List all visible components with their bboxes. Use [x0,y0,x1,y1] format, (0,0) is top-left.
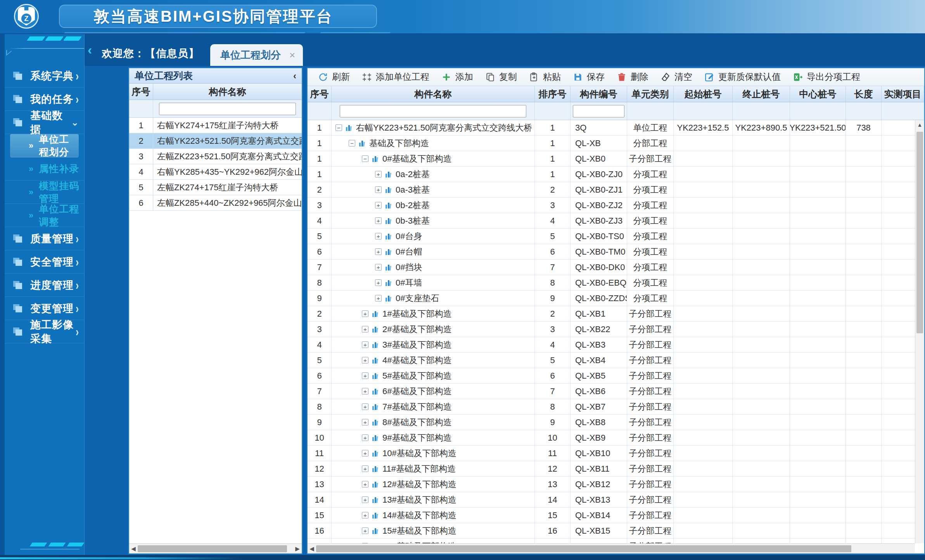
sidebar-subitem-单位工程调整[interactable]: »单位工程调整 [5,204,84,227]
table-row[interactable]: 1−基础及下部构造1QL-XB分部工程 [308,136,924,151]
sidebar-item-施工影像采集[interactable]: 施工影像采集› [5,320,84,343]
toolbar-button-清空[interactable]: 清空 [655,69,697,84]
table-row[interactable]: 6+5#基础及下部构造6QL-XB5子分部工程 [308,368,924,384]
expand-node-icon[interactable]: + [362,527,368,534]
tabs-back-icon[interactable]: ‹ [88,42,92,57]
expand-node-icon[interactable]: + [362,450,368,457]
table-row[interactable]: 6+0#台帽6QL-XB0-TM0分项工程 [308,244,924,260]
expand-node-icon[interactable]: + [375,233,382,240]
toolbar-button-更新质保默认值[interactable]: 更新质保默认值 [699,69,785,84]
table-hscrollbar[interactable]: ◀ [308,543,915,553]
toolbar-button-删除[interactable]: 删除 [612,69,653,84]
table-row[interactable]: 7+0#挡块7QL-XB0-DK0分项工程 [308,260,924,275]
toolbar-button-保存[interactable]: 保存 [568,69,609,84]
unit-list-hscrollbar[interactable]: ◀ ▶ [129,543,302,553]
toolbar-button-添加[interactable]: 添加 [436,69,478,84]
expand-node-icon[interactable]: + [362,434,368,441]
scroll-right-icon[interactable]: ▶ [293,545,302,552]
sidebar-item-系统字典[interactable]: 系统字典› [5,64,84,88]
table-row[interactable]: 1+0a-2桩基1QL-XB0-ZJ0分项工程 [308,167,924,182]
table-row[interactable]: 3+2#基础及下部构造3QL-XB22子分部工程 [308,322,924,337]
sidebar-subitem-模型挂码管理[interactable]: »模型挂码管理 [5,181,84,204]
table-row[interactable]: 1−右幅YK223+521.50阿克塞分离式立交跨线大桥13Q单位工程YK223… [308,120,924,136]
unit-list-row[interactable]: 1右幅YK274+175红崖子沟特大桥 [129,118,302,133]
sidebar-item-进度管理[interactable]: 进度管理› [5,274,84,297]
code-filter-input[interactable] [573,105,624,117]
expand-node-icon[interactable]: + [362,512,368,519]
toolbar-button-刷新[interactable]: 刷新 [313,69,354,84]
expand-node-icon[interactable]: + [362,465,368,472]
expand-node-icon[interactable]: + [362,496,368,503]
table-vscrollbar[interactable]: ▲ [915,120,924,543]
unit-list-row[interactable]: 5左幅ZK274+175红崖子沟特大桥 [129,180,302,195]
tab-unit-division[interactable]: 单位工程划分 × [210,44,303,66]
unit-list-row[interactable]: 3左幅ZK223+521.50阿克塞分离式立交跨线大桥 [129,149,302,164]
table-row[interactable]: 9+0#支座垫石9QL-XB0-ZZDS0分项工程 [308,291,924,306]
expand-node-icon[interactable]: + [362,357,368,364]
collapse-node-icon[interactable]: − [362,155,368,162]
table-row[interactable]: 15+14#基础及下部构造15QL-XB14子分部工程 [308,508,924,523]
expand-node-icon[interactable]: + [362,310,368,317]
expand-node-icon[interactable]: + [375,186,382,193]
scroll-left-icon[interactable]: ◀ [129,545,138,552]
name-filter-input[interactable] [340,105,526,117]
collapse-node-icon[interactable]: − [349,140,355,146]
expand-node-icon[interactable]: + [375,248,382,255]
sidebar-item-基础数据[interactable]: 基础数据⌄ [5,111,84,134]
table-row[interactable]: 17+16#基础及下部构造17QL-XB16子分部工程 [308,539,924,543]
table-row[interactable]: 1−0#基础及下部构造1QL-XB0子分部工程 [308,151,924,167]
unit-list-filter-input[interactable] [159,103,296,115]
scrollbar-thumb[interactable] [916,132,923,333]
unit-list-row[interactable]: 2右幅YK223+521.50阿克塞分离式立交跨线大桥 [129,133,302,149]
sidebar-item-安全管理[interactable]: 安全管理› [5,250,84,274]
unit-list-row[interactable]: 4右幅YK285+435~YK292+962阿尔金山特长隧道 [129,164,302,180]
unit-list-row[interactable]: 6左幅ZK285+440~ZK292+965阿尔金山特长隧道 [129,195,302,211]
expand-node-icon[interactable]: + [375,171,382,177]
toolbar-button-复制[interactable]: 复制 [480,69,522,84]
expand-node-icon[interactable]: + [362,481,368,488]
expand-node-icon[interactable]: + [362,341,368,348]
table-row[interactable]: 4+3#基础及下部构造4QL-XB3子分部工程 [308,337,924,353]
table-row[interactable]: 2+1#基础及下部构造2QL-XB1子分部工程 [308,306,924,322]
table-row[interactable]: 4+0b-3桩基4QL-XB0-ZJ3分项工程 [308,213,924,229]
sidebar-subitem-单位工程划分[interactable]: »单位工程划分 [10,134,79,157]
table-row[interactable]: 13+12#基础及下部构造13QL-XB12子分部工程 [308,477,924,492]
scroll-up-icon[interactable]: ▲ [915,120,924,129]
scrollbar-thumb[interactable] [316,545,851,552]
tab-close-icon[interactable]: × [289,49,295,61]
table-row[interactable]: 8+7#基础及下部构造8QL-XB7子分部工程 [308,399,924,415]
scrollbar-thumb[interactable] [138,545,287,552]
expand-node-icon[interactable]: + [375,264,382,271]
sidebar-subitem-属性补录[interactable]: »属性补录 [5,157,84,181]
table-row[interactable]: 8+0#耳墙8QL-XB0-EBQ0分项工程 [308,275,924,291]
table-row[interactable]: 9+8#基础及下部构造9QL-XB8子分部工程 [308,415,924,430]
expand-node-icon[interactable]: + [362,419,368,426]
expand-node-icon[interactable]: + [375,279,382,286]
sidebar-item-变更管理[interactable]: 变更管理› [5,297,84,320]
collapse-node-icon[interactable]: − [335,124,342,131]
table-row[interactable]: 12+11#基础及下部构造12QL-XB11子分部工程 [308,461,924,477]
table-row[interactable]: 14+13#基础及下部构造14QL-XB13子分部工程 [308,492,924,508]
table-row[interactable]: 5+4#基础及下部构造5QL-XB4子分部工程 [308,353,924,368]
sidebar-item-质量管理[interactable]: 质量管理› [5,227,84,250]
expand-node-icon[interactable]: + [362,403,368,410]
table-row[interactable]: 10+9#基础及下部构造10QL-XB9子分部工程 [308,430,924,446]
expand-node-icon[interactable]: + [362,372,368,379]
sidebar-item-我的任务[interactable]: 我的任务› [5,88,84,111]
table-row[interactable]: 3+0b-2桩基3QL-XB0-ZJ2分项工程 [308,198,924,213]
toolbar-button-粘贴[interactable]: 粘贴 [524,69,565,84]
table-row[interactable]: 7+6#基础及下部构造7QL-XB6子分部工程 [308,384,924,399]
expand-node-icon[interactable]: + [375,202,382,208]
table-row[interactable]: 11+10#基础及下部构造11QL-XB10子分部工程 [308,446,924,461]
expand-node-icon[interactable]: + [375,217,382,224]
expand-node-icon[interactable]: + [375,295,382,302]
expand-node-icon[interactable]: + [362,388,368,395]
toolbar-button-添加单位工程[interactable]: 添加单位工程 [357,69,434,84]
table-row[interactable]: 16+15#基础及下部构造16QL-XB15子分部工程 [308,523,924,539]
table-row[interactable]: 5+0#台身5QL-XB0-TS0分项工程 [308,229,924,244]
scroll-left-icon[interactable]: ◀ [308,545,316,552]
panel-collapse-icon[interactable]: ‹ [293,71,296,81]
table-row[interactable]: 2+0a-3桩基2QL-XB0-ZJ1分项工程 [308,182,924,198]
expand-node-icon[interactable]: + [362,326,368,333]
toolbar-button-导出分项工程[interactable]: 导出分项工程 [788,69,865,84]
